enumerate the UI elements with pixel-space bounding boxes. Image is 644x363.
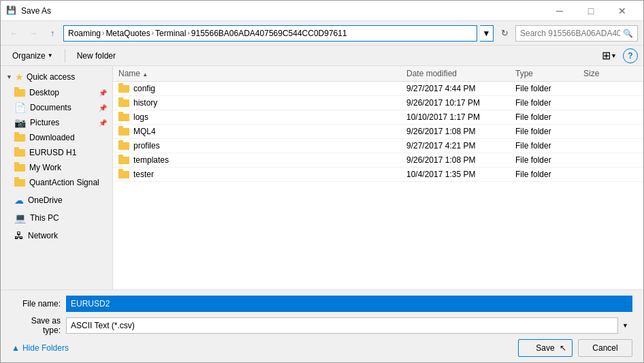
mywork-folder-icon [14,162,25,173]
sidebar-item-quantaction-label: QuantAction Signal [29,178,99,187]
row-filename: profiles [133,141,160,151]
up-button[interactable]: ↑ [44,25,61,42]
save-label: Save [536,343,554,353]
filename-row: File name: [12,296,632,312]
row-type: File folder [515,98,583,108]
documents-icon: 📄 [14,102,26,113]
table-row[interactable]: templates 9/26/2017 1:08 PM File folder [113,153,643,168]
table-row[interactable]: logs 10/10/2017 1:17 PM File folder [113,110,643,125]
pictures-icon: 📷 [14,117,26,128]
table-row[interactable]: profiles 9/27/2017 4:21 PM File folder [113,139,643,153]
cursor-icon: ↖ [560,343,566,353]
quick-access-star-icon: ★ [15,72,24,82]
row-type: File folder [515,127,583,136]
help-button[interactable]: ? [623,48,638,63]
new-folder-button[interactable]: New folder [71,48,122,64]
sidebar-item-pictures[interactable]: 📷 Pictures 📌 [1,115,112,130]
sidebar-item-network[interactable]: 🖧 Network [1,228,112,243]
organize-button[interactable]: Organize ▼ [6,48,59,64]
row-date: 9/27/2017 4:21 PM [406,141,515,151]
desktop-pin-icon: 📌 [99,89,107,97]
documents-pin-icon: 📌 [99,104,107,112]
view-icon: ⊞ [602,49,611,62]
title-controls: ─ □ ✕ [544,1,638,21]
maximize-button[interactable]: □ [575,1,607,21]
quick-access-header[interactable]: ▼ ★ Quick access [1,69,112,85]
column-name[interactable]: Name ▲ [118,69,406,78]
cancel-button[interactable]: Cancel [578,339,632,357]
hide-folders-button[interactable]: ▲ Hide Folders [12,343,69,353]
table-row[interactable]: MQL4 9/26/2017 1:08 PM File folder [113,125,643,139]
sidebar-item-downloaded[interactable]: Downloaded [1,130,112,145]
address-path[interactable]: Roaming › MetaQuotes › Terminal › 915566… [63,25,477,42]
column-size[interactable]: Size [583,69,638,78]
sidebar-item-thispc[interactable]: 💻 This PC [1,210,112,225]
quick-access-section: ▼ ★ Quick access Desktop 📌 📄 Documents 📌… [1,69,112,190]
savetype-wrapper: ASCII Text (*.csv) CSV (*.csv) Text (*.t… [66,317,632,334]
thispc-icon: 💻 [14,212,26,223]
sidebar-item-onedrive[interactable]: ☁ OneDrive [1,193,112,208]
sidebar-item-downloaded-label: Downloaded [29,133,75,142]
downloaded-folder-icon [14,132,25,143]
row-filename: MQL4 [133,127,156,136]
pictures-pin-icon: 📌 [99,119,107,127]
row-filename: history [133,98,157,108]
row-filename: config [133,84,155,93]
network-section: 🖧 Network [1,228,112,243]
savetype-row: Save as type: ASCII Text (*.csv) CSV (*.… [12,316,632,335]
address-bar: ← → ↑ Roaming › MetaQuotes › Terminal › … [1,21,643,46]
onedrive-icon: ☁ [14,195,24,206]
row-date: 10/4/2017 1:35 PM [406,170,515,179]
sidebar-item-desktop[interactable]: Desktop 📌 [1,85,112,100]
forward-button[interactable]: → [25,25,42,42]
sidebar-item-mywork[interactable]: My Work [1,160,112,175]
desktop-folder-icon [14,87,25,98]
view-button[interactable]: ⊞ ▼ [598,47,620,64]
row-folder-icon [118,155,129,165]
network-icon: 🖧 [14,230,24,241]
back-button[interactable]: ← [6,25,22,42]
search-box[interactable]: 🔍 [515,25,638,42]
column-type[interactable]: Type [515,69,583,78]
sidebar-item-eurusd[interactable]: EURUSD H1 [1,145,112,160]
row-date: 9/26/2017 1:08 PM [406,155,515,165]
bottom-section: File name: Save as type: ASCII Text (*.c… [1,289,643,362]
main-content: ▼ ★ Quick access Desktop 📌 📄 Documents 📌… [1,66,643,289]
column-date[interactable]: Date modified [406,69,515,78]
row-filename: templates [133,155,169,165]
file-list-header: Name ▲ Date modified Type Size [113,66,643,82]
savetype-select[interactable]: ASCII Text (*.csv) CSV (*.csv) Text (*.t… [66,317,632,334]
hide-folders-chevron-icon: ▲ [12,343,20,353]
row-folder-icon [118,97,129,108]
sidebar-item-quantaction[interactable]: QuantAction Signal [1,175,112,190]
row-type: File folder [515,112,583,122]
table-row[interactable]: tester 10/4/2017 1:35 PM File folder [113,168,643,182]
row-folder-icon [118,112,129,123]
path-metaquotes: MetaQuotes [106,29,150,38]
table-row[interactable]: config 9/27/2017 4:44 PM File folder [113,82,643,96]
eurusd-folder-icon [14,147,25,158]
sidebar-item-onedrive-label: OneDrive [28,195,63,205]
path-guid: 915566BA06ADA407569C544CC0D97611 [191,29,347,38]
filename-input[interactable] [66,296,632,312]
path-terminal: Terminal [155,29,186,38]
window-icon: 💾 [6,5,17,16]
hide-folders-label: Hide Folders [22,343,69,353]
row-folder-icon [118,83,129,94]
sidebar-item-pictures-label: Pictures [30,118,59,127]
minimize-button[interactable]: ─ [544,1,575,21]
sidebar-item-documents-label: Documents [30,103,71,112]
sidebar-item-documents[interactable]: 📄 Documents 📌 [1,100,112,115]
row-folder-icon [118,169,129,180]
search-icon: 🔍 [623,29,633,38]
table-row[interactable]: history 9/26/2017 10:17 PM File folder [113,96,643,110]
action-row: ▲ Hide Folders Save ↖ Cancel [12,339,632,357]
close-button[interactable]: ✕ [607,1,638,21]
thispc-section: 💻 This PC [1,210,112,225]
address-dropdown[interactable]: ▼ [480,25,494,42]
search-input[interactable] [520,29,620,38]
row-folder-icon [118,126,129,137]
save-button[interactable]: Save ↖ [518,339,573,357]
sort-arrow-icon: ▲ [142,72,148,78]
refresh-button[interactable]: ↻ [496,25,513,42]
